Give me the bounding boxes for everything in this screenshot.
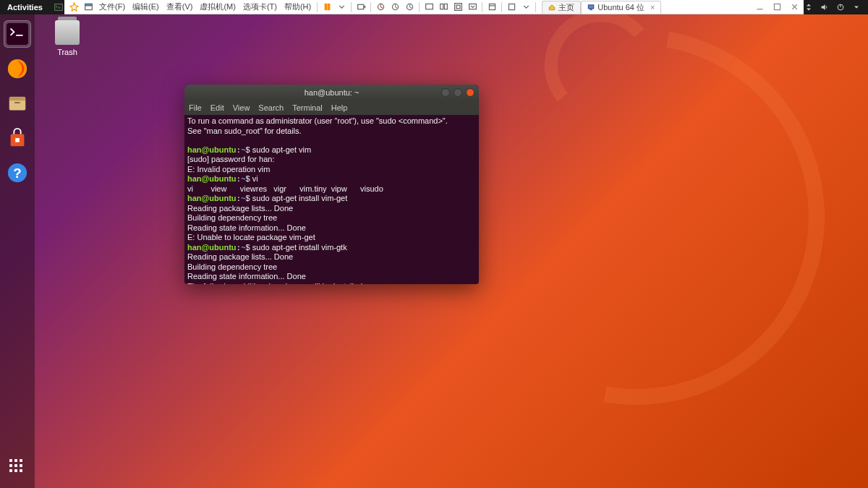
term-menu-search[interactable]: Search [258,103,284,112]
activities-button[interactable]: Activities [0,3,50,12]
term-line: Building dependency tree [187,262,277,271]
vm-dropdown2-icon[interactable] [519,1,532,14]
terminal-menubar: File Edit View Search Terminal Help [184,100,479,115]
terminal-titlebar[interactable]: han@ubuntu: ~ [184,85,479,100]
dock-help[interactable]: ? [4,159,31,187]
svg-rect-18 [588,5,594,9]
separator [351,2,352,12]
svg-rect-6 [357,4,363,9]
svg-rect-24 [9,97,26,101]
vm-screen1-icon[interactable] [422,1,435,14]
network-icon [804,3,813,12]
term-line: The following additional packages will b… [187,282,365,285]
dock-software[interactable] [4,124,31,152]
trash-icon [55,20,80,45]
svg-rect-17 [509,4,514,9]
vm-menu-edit[interactable]: 编辑(E) [129,1,162,12]
prompt-user: han@ubuntu [187,145,237,154]
shopping-bag-icon [7,127,28,149]
home-icon [548,4,556,11]
svg-rect-25 [14,102,20,103]
vm-menu-tabs[interactable]: 选项卡(T) [240,1,280,12]
vm-snapshot-manage-icon[interactable] [388,1,401,14]
terminal-title: han@ubuntu: ~ [305,88,359,97]
vm-minimize-button[interactable] [753,1,766,14]
separator [370,2,371,12]
files-icon [7,93,28,114]
svg-rect-0 [55,4,63,11]
vm-host-toolbar: 文件(F) 编辑(E) 查看(V) 虚拟机(M) 选项卡(T) 帮助(H) 主页… [64,0,804,14]
term-menu-terminal[interactable]: Terminal [292,103,323,112]
trash-label: Trash [48,48,87,56]
terminal-icon [54,3,63,12]
vm-tab-icon[interactable] [82,1,95,14]
vm-tab-home[interactable]: 主页 [542,1,581,14]
dock-show-apps[interactable] [4,453,31,481]
svg-text:?: ? [13,166,21,181]
svg-rect-19 [590,9,592,10]
prompt-user: han@ubuntu [187,194,237,202]
svg-rect-12 [444,4,447,9]
term-line: Reading package lists... Done [187,204,293,213]
separator [317,2,318,12]
svg-rect-15 [469,4,476,9]
desktop-trash[interactable]: Trash [48,20,87,56]
vm-dropdown-icon[interactable] [335,1,348,14]
vm-maximize-button[interactable] [770,1,783,14]
vm-menu-machine[interactable]: 虚拟机(M) [197,1,239,12]
dock-firefox[interactable] [4,55,31,82]
term-cmd: sudo apt-get vim [250,145,311,154]
vm-library-icon[interactable] [485,1,498,14]
term-line: Reading state information... Done [187,223,306,232]
svg-rect-13 [454,4,461,11]
separator [419,2,420,12]
window-close-button[interactable] [466,88,475,97]
vm-fullscreen-icon[interactable] [451,1,464,14]
term-line: E: Invalid operation vim [187,165,270,174]
vm-close-button[interactable] [788,1,801,14]
term-line: Building dependency tree [187,213,277,222]
svg-rect-5 [328,4,329,9]
term-cmd: sudo apt-get install vim-get [250,194,348,202]
window-minimize-button[interactable] [441,88,450,97]
window-maximize-button[interactable] [454,88,462,97]
vm-tab-guest[interactable]: Ubuntu 64 位 × [581,1,661,14]
prompt-user: han@ubuntu [187,174,237,183]
vm-menu-file[interactable]: 文件(F) [96,1,128,12]
prompt-user: han@ubuntu [187,243,237,252]
vm-devices-icon[interactable] [505,1,518,14]
vm-tab-close-icon[interactable]: × [650,3,655,12]
status-area[interactable] [804,3,868,12]
firefox-icon [7,58,28,80]
vm-pause-button[interactable] [320,1,333,14]
ubuntu-dock: ? [0,14,35,488]
separator [535,2,536,12]
term-line: Reading state information... Done [187,272,306,281]
caret-down-icon [852,3,861,12]
apps-grid-icon [9,459,25,475]
vm-menu-help[interactable]: 帮助(H) [281,1,314,12]
term-menu-file[interactable]: File [189,103,202,112]
svg-rect-21 [7,23,28,45]
term-menu-view[interactable]: View [233,103,250,112]
terminal-window[interactable]: han@ubuntu: ~ File Edit View Search Term… [184,85,479,284]
svg-rect-3 [85,4,92,5]
terminal-icon [7,23,28,45]
term-line: [sudo] password for han: [187,155,274,163]
vm-screen2-icon[interactable] [437,1,450,14]
vm-snapshot-icon[interactable] [374,1,387,14]
term-menu-help[interactable]: Help [331,103,348,112]
svg-rect-16 [489,4,495,9]
vm-snapshot-revert-icon[interactable] [403,1,416,14]
term-menu-edit[interactable]: Edit [210,103,224,112]
vm-send-button[interactable] [354,1,367,14]
vm-unity-icon[interactable] [466,1,479,14]
svg-rect-20 [774,4,780,9]
term-cmd: vi [250,174,258,183]
vm-menu-view[interactable]: 查看(V) [163,1,196,12]
dock-files[interactable] [4,90,31,117]
svg-rect-4 [325,4,326,9]
terminal-body[interactable]: To run a command as administrator (user … [184,115,479,284]
dock-terminal[interactable] [4,20,31,48]
vm-pin-icon[interactable] [67,1,80,14]
